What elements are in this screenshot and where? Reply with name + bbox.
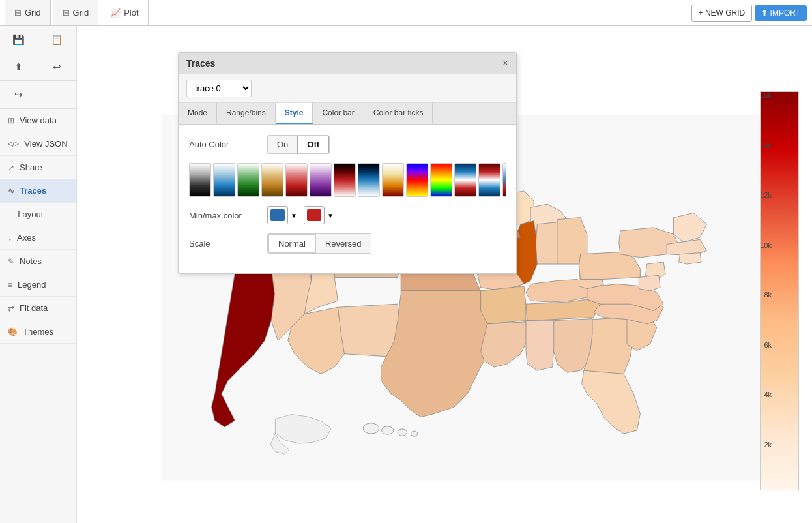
copy-icon-btn[interactable]: 📋 bbox=[38, 26, 77, 53]
grid-icon-1: ⊞ bbox=[14, 8, 22, 18]
scale-reversed-button[interactable]: Reversed bbox=[316, 234, 371, 253]
min-color-picker[interactable] bbox=[267, 206, 288, 224]
view-data-icon: ⊞ bbox=[8, 116, 14, 125]
panel-title: Traces bbox=[186, 58, 215, 68]
tab-grid-1-label: Grid bbox=[25, 8, 41, 18]
min-color-swatch bbox=[270, 209, 285, 221]
tab-grid-2[interactable]: ⊞ Grid bbox=[53, 0, 99, 25]
new-grid-button[interactable]: + NEW GRID bbox=[691, 5, 753, 22]
color-swatch-1[interactable] bbox=[189, 163, 211, 197]
sidebar-item-traces-label: Traces bbox=[20, 186, 46, 196]
undo-icon-btn[interactable]: ↩ bbox=[38, 53, 77, 81]
sidebar-item-legend[interactable]: ≡ Legend bbox=[0, 273, 76, 297]
tab-mode[interactable]: Mode bbox=[179, 103, 217, 124]
min-max-color-row: Min/max color ▼ ▼ bbox=[189, 206, 506, 224]
view-json-icon: </> bbox=[8, 140, 19, 149]
sidebar-item-legend-label: Legend bbox=[18, 280, 46, 290]
color-swatch-10[interactable] bbox=[406, 163, 428, 197]
max-color-picker[interactable] bbox=[304, 206, 325, 224]
sidebar-item-share[interactable]: ↗ Share bbox=[0, 156, 76, 179]
color-swatch-2[interactable] bbox=[213, 163, 235, 197]
color-swatch-11[interactable] bbox=[430, 163, 452, 197]
auto-color-off-button[interactable]: Off bbox=[297, 136, 329, 153]
colorbar-label-16k: 16k bbox=[760, 91, 772, 99]
plot-icon: 📈 bbox=[110, 8, 121, 18]
sidebar-item-layout[interactable]: □ Layout bbox=[0, 203, 76, 226]
sidebar-item-view-json-label: View JSON bbox=[24, 139, 67, 149]
share-icon: ↗ bbox=[8, 163, 14, 172]
auto-color-on-button[interactable]: On bbox=[268, 136, 297, 153]
sidebar-item-notes-label: Notes bbox=[20, 256, 42, 266]
svg-point-1 bbox=[363, 423, 379, 434]
themes-icon: 🎨 bbox=[8, 327, 18, 336]
sidebar-item-notes[interactable]: ✎ Notes bbox=[0, 250, 76, 273]
sidebar-item-traces[interactable]: ∿ Traces bbox=[0, 179, 76, 203]
auto-color-label: Auto Color bbox=[189, 140, 261, 149]
scale-normal-button[interactable]: Normal bbox=[268, 234, 316, 253]
panel-header: Traces × bbox=[179, 53, 516, 74]
sidebar-item-share-label: Share bbox=[20, 162, 42, 172]
scale-row: Scale Normal Reversed bbox=[189, 233, 506, 254]
colorbar-label-10k: 10k bbox=[760, 241, 772, 249]
panel-body: Auto Color On Off bbox=[179, 125, 516, 273]
upload-icon-btn[interactable]: ⬆ bbox=[0, 53, 38, 81]
tab-style[interactable]: Style bbox=[276, 103, 313, 124]
color-swatch-3[interactable] bbox=[237, 163, 259, 197]
tab-plot[interactable]: 📈 Plot bbox=[101, 0, 148, 25]
color-swatch-7[interactable] bbox=[334, 163, 356, 197]
top-bar: ⊞ Grid ⊞ Grid 📈 Plot + NEW GRID ⬆ IMPORT bbox=[0, 0, 812, 26]
sidebar-item-fit-data[interactable]: ⇄ Fit data bbox=[0, 297, 76, 320]
panel-tabs: Mode Range/bins Style Color bar Color ba… bbox=[179, 103, 516, 125]
traces-panel: Traces × trace 0 Mode Range/bins Style C… bbox=[178, 52, 517, 274]
svg-point-2 bbox=[382, 426, 394, 434]
tab-range-bins[interactable]: Range/bins bbox=[217, 103, 276, 124]
sidebar-item-layout-label: Layout bbox=[18, 209, 43, 219]
sidebar-item-fit-data-label: Fit data bbox=[20, 303, 48, 313]
tab-grid-2-label: Grid bbox=[73, 8, 89, 18]
sidebar-item-themes-label: Themes bbox=[23, 327, 53, 336]
sidebar-item-themes[interactable]: 🎨 Themes bbox=[0, 320, 76, 344]
traces-icon: ∿ bbox=[8, 187, 14, 196]
colorbar-container: 16k 14k 12k 10k 8k 6k 4k 2k bbox=[766, 91, 799, 490]
fit-data-icon: ⇄ bbox=[8, 304, 14, 313]
color-swatch-14[interactable] bbox=[502, 163, 506, 197]
color-swatch-5[interactable] bbox=[285, 163, 308, 197]
color-swatch-6[interactable] bbox=[310, 163, 332, 197]
save-icon-btn[interactable]: 💾 bbox=[0, 26, 38, 53]
sidebar: 💾 📋 ⬆ ↩ ↪ ⊞ View data </> View JSON ↗ Sh… bbox=[0, 26, 77, 523]
redo-icon-btn[interactable]: ↪ bbox=[0, 81, 38, 108]
color-swatch-4[interactable] bbox=[261, 163, 283, 197]
axes-icon: ↕ bbox=[8, 233, 12, 243]
tab-color-bar-ticks[interactable]: Color bar ticks bbox=[364, 103, 433, 124]
min-color-dropdown-icon[interactable]: ▼ bbox=[291, 212, 297, 219]
scale-toggle-group: Normal Reversed bbox=[267, 233, 371, 254]
colorbar-label-14k: 14k bbox=[760, 142, 772, 149]
sidebar-item-view-data-label: View data bbox=[20, 115, 57, 125]
main-layout: 💾 📋 ⬆ ↩ ↪ ⊞ View data </> View JSON ↗ Sh… bbox=[0, 26, 812, 523]
import-button[interactable]: ⬆ IMPORT bbox=[755, 5, 807, 21]
legend-icon: ≡ bbox=[8, 280, 12, 290]
auto-color-toggle: On Off bbox=[267, 135, 330, 154]
sidebar-top-icons: 💾 📋 ⬆ ↩ ↪ bbox=[0, 26, 76, 109]
svg-point-3 bbox=[398, 429, 407, 436]
tab-plot-label: Plot bbox=[124, 8, 138, 18]
max-color-dropdown-icon[interactable]: ▼ bbox=[327, 212, 334, 219]
auto-color-row: Auto Color On Off bbox=[189, 135, 506, 154]
layout-icon: □ bbox=[8, 210, 12, 219]
color-swatch-13[interactable] bbox=[478, 163, 500, 197]
color-swatch-12[interactable] bbox=[454, 163, 476, 197]
sidebar-nav: ⊞ View data </> View JSON ↗ Share ∿ Trac… bbox=[0, 109, 76, 344]
panel-close-button[interactable]: × bbox=[502, 58, 508, 68]
sidebar-item-axes[interactable]: ↕ Axes bbox=[0, 226, 76, 250]
colorbar-label-4k: 4k bbox=[764, 391, 772, 398]
tab-color-bar[interactable]: Color bar bbox=[313, 103, 364, 124]
sidebar-item-view-json[interactable]: </> View JSON bbox=[0, 132, 76, 156]
panel-subheader: trace 0 bbox=[179, 74, 516, 103]
trace-selector[interactable]: trace 0 bbox=[186, 80, 252, 97]
tab-grid-1[interactable]: ⊞ Grid bbox=[5, 0, 51, 25]
colorbar-label-12k: 12k bbox=[760, 191, 772, 199]
color-swatch-8[interactable] bbox=[358, 163, 380, 197]
notes-icon: ✎ bbox=[8, 257, 14, 266]
color-swatch-9[interactable] bbox=[382, 163, 404, 197]
sidebar-item-view-data[interactable]: ⊞ View data bbox=[0, 109, 76, 132]
